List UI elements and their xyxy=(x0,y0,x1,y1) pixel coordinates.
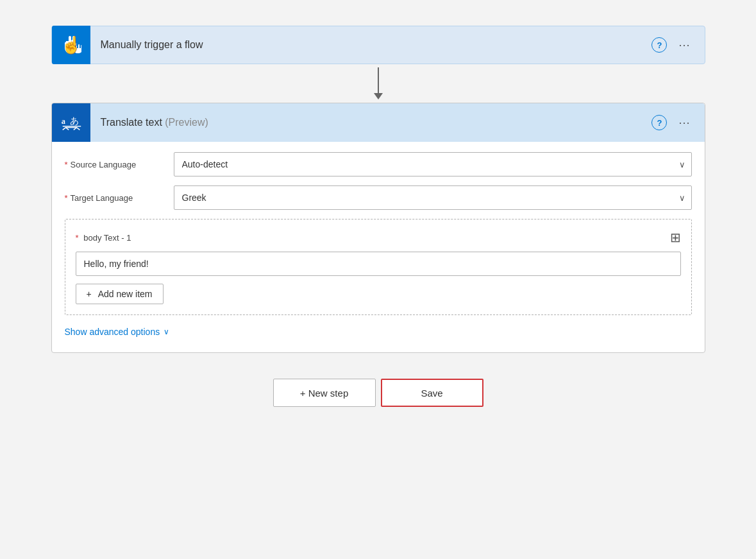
source-language-select-wrapper: Auto-detect ∨ xyxy=(174,152,692,176)
body-text-label-row: * body Text - 1 ⊞ xyxy=(76,230,681,245)
action-more-button[interactable]: ··· xyxy=(675,114,694,132)
target-required-star: * xyxy=(65,193,68,203)
trigger-help-button[interactable]: ? xyxy=(651,37,667,53)
action-title: Translate text (Preview) xyxy=(90,117,652,128)
source-language-control: Auto-detect ∨ xyxy=(174,152,692,176)
show-advanced-options-button[interactable]: Show advanced options ∨ xyxy=(65,324,170,340)
source-required-star: * xyxy=(65,160,68,169)
arrow-connector xyxy=(374,64,383,103)
target-language-row: *Target Language Greek ∨ xyxy=(65,185,692,210)
body-text-input[interactable] xyxy=(76,252,681,276)
arrow-head xyxy=(374,93,383,99)
action-header: a あ Translate text (Preview) ? ··· xyxy=(52,103,705,142)
add-new-item-button[interactable]: + Add new item xyxy=(76,284,164,304)
add-item-label: Add new item xyxy=(98,289,153,299)
action-help-button[interactable]: ? xyxy=(651,115,667,130)
action-title-text: Translate text xyxy=(101,117,165,128)
target-language-control: Greek ∨ xyxy=(174,185,692,210)
table-icon: ⊞ xyxy=(670,230,681,245)
trigger-more-button[interactable]: ··· xyxy=(675,36,694,55)
flow-canvas: ☝ Manually trigger a flow ? ··· a あ xyxy=(51,26,705,407)
target-language-select[interactable]: Greek xyxy=(174,185,692,210)
trigger-icon-box: ☝ xyxy=(52,26,90,64)
body-text-label-text: body Text - 1 xyxy=(83,233,131,243)
body-text-required-star: * xyxy=(76,233,79,243)
translate-icon: a あ xyxy=(59,110,83,135)
trigger-action-buttons: ? ··· xyxy=(651,36,704,55)
plus-icon: + xyxy=(87,289,92,299)
target-language-label: *Target Language xyxy=(65,193,174,203)
action-body: *Source Language Auto-detect ∨ *Target L… xyxy=(52,142,705,352)
source-language-label: *Source Language xyxy=(65,160,174,169)
action-action-buttons: ? ··· xyxy=(651,114,704,132)
source-language-row: *Source Language Auto-detect ∨ xyxy=(65,152,692,176)
show-advanced-label: Show advanced options xyxy=(65,327,160,337)
target-language-select-wrapper: Greek ∨ xyxy=(174,185,692,210)
body-text-label: * body Text - 1 xyxy=(76,233,131,243)
body-text-table-icon-button[interactable]: ⊞ xyxy=(670,230,681,245)
arrow-line xyxy=(378,67,379,93)
trigger-card: ☝ Manually trigger a flow ? ··· xyxy=(51,26,705,64)
source-language-select[interactable]: Auto-detect xyxy=(174,152,692,176)
trigger-title: Manually trigger a flow xyxy=(90,39,652,51)
svg-text:a: a xyxy=(61,117,65,126)
trigger-hand-icon: ☝ xyxy=(61,35,81,55)
body-text-array-container: * body Text - 1 ⊞ + Add new item xyxy=(65,219,692,315)
save-button[interactable]: Save xyxy=(381,379,483,407)
new-step-button[interactable]: + New step xyxy=(273,379,376,407)
action-preview-tag: (Preview) xyxy=(165,117,208,128)
bottom-actions: + New step Save xyxy=(273,379,483,407)
action-card: a あ Translate text (Preview) ? ··· xyxy=(51,103,705,353)
action-icon-box: a あ xyxy=(52,103,90,142)
show-advanced-chevron-icon: ∨ xyxy=(164,327,169,336)
svg-text:あ: あ xyxy=(70,116,79,126)
